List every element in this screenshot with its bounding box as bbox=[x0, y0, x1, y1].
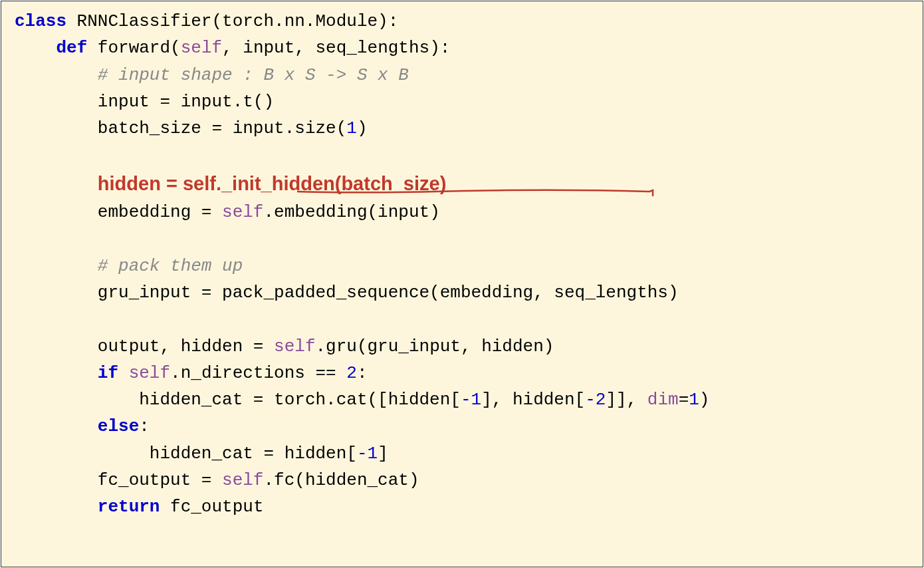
number-literal: -1 bbox=[461, 390, 481, 410]
code-line: ) bbox=[699, 390, 710, 410]
keyword-class: class bbox=[15, 11, 66, 31]
code-line: : bbox=[139, 416, 150, 436]
kwarg-dim: dim bbox=[647, 390, 679, 410]
code-line: ] bbox=[378, 444, 388, 464]
code-line: ]], bbox=[606, 390, 647, 410]
code-block: class RNNClassifier(torch.nn.Module): de… bbox=[1, 1, 923, 567]
class-name: RNNClassifier(torch.nn.Module): bbox=[66, 11, 398, 31]
fn-params: , input, seq_lengths): bbox=[222, 38, 450, 58]
code-line: ) bbox=[357, 118, 368, 138]
keyword-else: else bbox=[98, 416, 139, 436]
code-line: .gru(gru_input, hidden) bbox=[316, 337, 554, 356]
code-line: hidden_cat = hidden[ bbox=[150, 444, 357, 464]
highlight-text: hidden = self._init_hidden(batch_size) bbox=[98, 173, 447, 194]
code-line: : bbox=[357, 363, 368, 383]
number-literal: 1 bbox=[689, 390, 699, 410]
code-line: .embedding(input) bbox=[263, 202, 439, 222]
self-ref: self bbox=[274, 337, 315, 356]
function-name: forward( bbox=[87, 38, 180, 58]
code-line: embedding = bbox=[98, 202, 222, 222]
keyword-return: return bbox=[98, 497, 160, 517]
self-ref: self bbox=[129, 363, 170, 383]
code-line bbox=[118, 363, 129, 383]
code-line: gru_input = pack_padded_sequence(embeddi… bbox=[98, 283, 679, 303]
code-line: fc_output = bbox=[98, 470, 222, 490]
code-line: output, hidden = bbox=[98, 337, 274, 356]
number-literal: -2 bbox=[585, 390, 606, 410]
code-line: .fc(hidden_cat) bbox=[263, 470, 419, 490]
keyword-if: if bbox=[98, 363, 118, 383]
comment-pack: # pack them up bbox=[98, 256, 243, 276]
self-param: self bbox=[181, 38, 222, 58]
keyword-def: def bbox=[56, 38, 87, 58]
comment-shape: # input shape : B x S -> S x B bbox=[98, 65, 409, 85]
self-ref: self bbox=[222, 202, 263, 222]
code-line: fc_output bbox=[160, 497, 263, 517]
code-line: input = input.t() bbox=[98, 92, 274, 112]
code-line: .n_directions == bbox=[170, 363, 346, 383]
highlighted-line: hidden = self._init_hidden(batch_size) bbox=[98, 169, 447, 199]
code-line: batch_size = input.size( bbox=[98, 118, 346, 138]
self-ref: self bbox=[222, 470, 263, 490]
number-literal: 2 bbox=[346, 363, 357, 383]
code-line: hidden_cat = torch.cat([hidden[ bbox=[139, 390, 461, 410]
number-literal: -1 bbox=[357, 444, 378, 464]
number-literal: 1 bbox=[346, 118, 357, 138]
code-line: = bbox=[679, 390, 689, 410]
code-line: ], hidden[ bbox=[481, 390, 585, 410]
